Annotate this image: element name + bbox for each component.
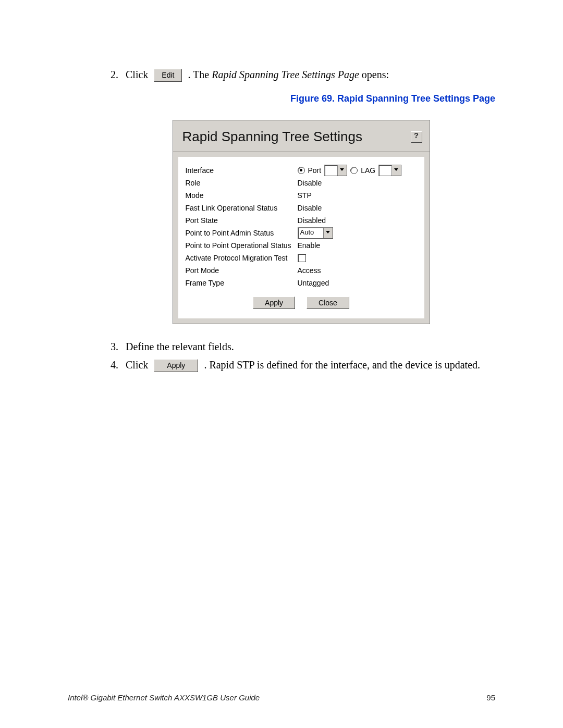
- step-number: 2.: [107, 68, 118, 82]
- dialog-button-row: Apply Close: [186, 297, 417, 309]
- row-p2p-oper: Point to Point Operational Status Enable: [186, 239, 417, 252]
- text: opens:: [359, 69, 389, 80]
- edit-button[interactable]: Edit: [154, 69, 182, 82]
- value-role: Disable: [298, 179, 322, 187]
- dialog-title: Rapid Spanning Tree Settings: [182, 129, 411, 145]
- chevron-down-icon: [323, 228, 333, 238]
- label-interface: Interface: [186, 166, 298, 175]
- apply-button[interactable]: Apply: [253, 297, 295, 309]
- page-number: 95: [486, 693, 495, 702]
- footer-title: Intel® Gigabit Ethernet Switch AXXSW1GB …: [68, 693, 260, 702]
- select-p2p-admin-value: Auto: [298, 228, 323, 238]
- step-number: 4.: [107, 358, 118, 372]
- row-portstate: Port State Disabled: [186, 214, 417, 227]
- chevron-down-icon: [391, 165, 401, 176]
- select-p2p-admin[interactable]: Auto: [298, 227, 333, 239]
- step-4: 4. Click Apply . Rapid STP is defined fo…: [107, 358, 495, 372]
- page-footer: Intel® Gigabit Ethernet Switch AXXSW1GB …: [68, 693, 495, 702]
- document-page: 2. Click Edit . The Rapid Spanning Tree …: [0, 0, 563, 728]
- step-3: 3. Define the relevant fields.: [107, 340, 495, 354]
- close-button[interactable]: Close: [307, 297, 349, 309]
- chevron-down-icon: [337, 165, 347, 176]
- row-mode: Mode STP: [186, 189, 417, 202]
- row-frametype: Frame Type Untagged: [186, 277, 417, 289]
- value-mode: STP: [298, 191, 312, 200]
- figure-caption: Figure 69. Rapid Spanning Tree Settings …: [107, 93, 495, 104]
- label-p2p-admin: Point to Point Admin Status: [186, 229, 298, 237]
- value-frametype: Untagged: [298, 279, 329, 287]
- row-migration: Activate Protocol Migration Test: [186, 252, 417, 264]
- step-2: 2. Click Edit . The Rapid Spanning Tree …: [107, 68, 495, 82]
- row-portmode: Port Mode Access: [186, 264, 417, 277]
- value-p2p-oper: Enable: [298, 241, 321, 250]
- rstp-settings-dialog: Rapid Spanning Tree Settings ? Interface…: [173, 120, 430, 324]
- radio-lag-label: LAG: [361, 166, 375, 175]
- page-name-italic: Rapid Spanning Tree Settings Page: [212, 69, 359, 80]
- row-role: Role Disable: [186, 177, 417, 189]
- help-button[interactable]: ?: [411, 131, 422, 143]
- step-body: Click Edit . The Rapid Spanning Tree Set…: [126, 68, 495, 82]
- row-p2p-admin: Point to Point Admin Status Auto: [186, 227, 417, 239]
- label-portstate: Port State: [186, 216, 298, 225]
- select-lag-value: [379, 165, 391, 176]
- select-port-value: [325, 165, 337, 176]
- text: Click: [126, 69, 148, 80]
- dialog-titlebar: Rapid Spanning Tree Settings ?: [173, 120, 430, 152]
- label-fastlink: Fast Link Operational Status: [186, 204, 298, 212]
- value-fastlink: Disable: [298, 204, 322, 212]
- label-role: Role: [186, 179, 298, 187]
- value-portmode: Access: [298, 266, 321, 275]
- text: . Rapid STP is defined for the interface…: [204, 359, 480, 371]
- select-port[interactable]: [324, 165, 347, 176]
- label-frametype: Frame Type: [186, 279, 298, 287]
- row-interface: Interface Port LAG: [186, 164, 417, 177]
- step-body: Click Apply . Rapid STP is defined for t…: [126, 358, 495, 372]
- label-p2p-oper: Point to Point Operational Status: [186, 241, 298, 250]
- step-body: Define the relevant fields.: [126, 340, 495, 354]
- checkbox-migration[interactable]: [298, 254, 306, 262]
- text: Click: [126, 359, 148, 371]
- label-mode: Mode: [186, 191, 298, 200]
- step-number: 3.: [107, 340, 118, 354]
- label-migration: Activate Protocol Migration Test: [186, 254, 298, 262]
- apply-button-inline[interactable]: Apply: [154, 359, 198, 372]
- dialog-body: Interface Port LAG Ro: [178, 157, 424, 318]
- text: . The: [188, 69, 212, 80]
- select-lag[interactable]: [378, 165, 401, 176]
- radio-port[interactable]: [298, 167, 305, 174]
- label-portmode: Port Mode: [186, 266, 298, 275]
- row-fastlink: Fast Link Operational Status Disable: [186, 202, 417, 214]
- radio-lag[interactable]: [350, 167, 358, 174]
- radio-port-label: Port: [308, 166, 322, 175]
- value-portstate: Disabled: [298, 216, 326, 225]
